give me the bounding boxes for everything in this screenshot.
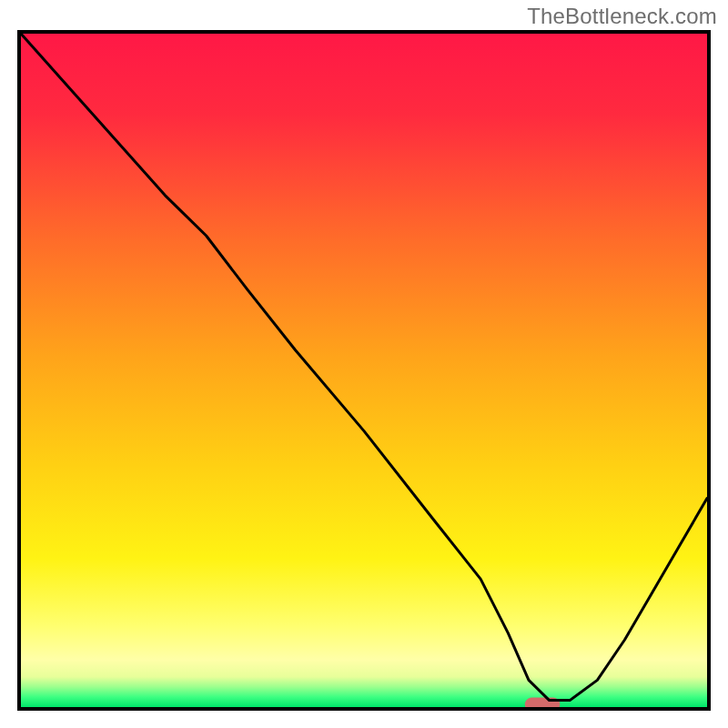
chart-container: TheBottleneck.com	[0, 0, 728, 728]
plot-background	[21, 34, 707, 707]
line-chart	[17, 30, 711, 711]
chart-svg	[17, 30, 711, 711]
watermark-text: TheBottleneck.com	[527, 4, 717, 29]
